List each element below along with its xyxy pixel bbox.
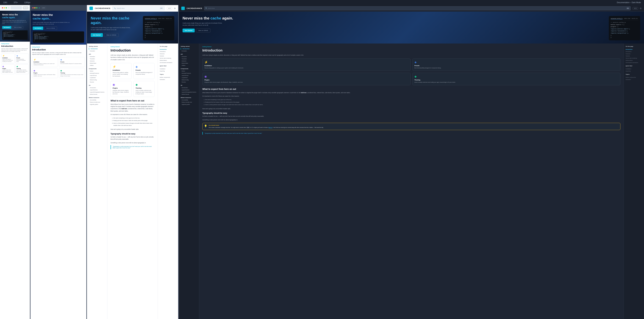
sidebar-item-3d-intro-3[interactable]: Introduction <box>89 87 105 89</box>
sidebar-item-utilities-4[interactable]: Utilities <box>181 64 197 66</box>
browser-chrome-2: ● v3.0 <box>30 5 86 11</box>
sidebar-item-animation-3[interactable]: Animation <box>89 56 105 58</box>
expect-heading-3: What to expect from here on out <box>110 99 154 102</box>
otp-motion-components-4[interactable]: Motion components <box>626 76 642 78</box>
hamburger-icon[interactable]: ≡ <box>8 7 9 9</box>
sidebar-item-gestures-4[interactable]: Gestures <box>181 60 197 62</box>
code-snippet-1: // postcss.config.js module.exports = { … <box>2 30 28 40</box>
panel-2-doc[interactable]: Getting Started Introduction Until now, … <box>30 45 86 319</box>
sidebar-item-animatepresence-3[interactable]: AnimatePresence <box>89 72 105 74</box>
sidebar-item-motioncanvas-3[interactable]: MotionCanvas <box>89 93 105 95</box>
github-icon-4[interactable]: ⊙ <box>640 7 642 9</box>
sidebar-item-motion-4[interactable]: Motion <box>181 70 197 72</box>
hamburger-icon-2[interactable]: ● <box>39 7 40 9</box>
sidebar-item-motionvalue-3[interactable]: MotionValue <box>89 62 105 64</box>
sidebar-item-examples-3[interactable]: Examples <box>89 50 105 52</box>
sidebar-item-motionconfig-4[interactable]: MotionConfig <box>181 79 197 81</box>
otp-installation-4[interactable]: Installation <box>626 68 642 70</box>
code-tab-build[interactable]: build.css <box>166 18 172 19</box>
main-content-3[interactable]: Getting Started Introduction Until now, … <box>108 43 158 319</box>
code-tabs-4: tailwind.config.js index.html build.css <box>611 18 638 20</box>
main-content-4[interactable]: Getting Started Introduction Until now, … <box>199 43 624 319</box>
sidebar-item-utilities-3[interactable]: Utilities <box>89 64 105 66</box>
sidebar-item-reorder-4[interactable]: Reorder <box>181 81 197 83</box>
otp-motion-components-3[interactable]: Motion components <box>160 76 176 78</box>
sidebar-item-layoutortho-3[interactable]: LayoutOrthographicCamera <box>89 91 105 93</box>
hero-buttons-2: Get Started View on GitHub <box>33 26 84 30</box>
otp-item-scroll-3[interactable]: Scroll-based animations <box>160 61 176 64</box>
code-tab-build-4[interactable]: build.css <box>632 18 638 19</box>
sidebar-section-gs-4: Getting started • Introduction Examples <box>181 46 197 52</box>
search-bar-4[interactable]: 🔍 Search docs ⌘I <box>204 6 631 10</box>
otp-animation-3[interactable]: Animation <box>160 78 176 81</box>
otp-item-scroll-4[interactable]: Scroll-based animations <box>626 61 642 64</box>
otp-installation-3[interactable]: Installation <box>160 68 176 70</box>
get-started-button-2[interactable]: Get Started <box>33 26 43 30</box>
sidebar-item-transition-4[interactable]: Transition <box>181 58 197 60</box>
otp-importing-4[interactable]: Importing <box>626 70 642 72</box>
sidebar-item-layoutgroup-4[interactable]: LayoutGroup <box>181 74 197 76</box>
sidebar-item-reduce-3[interactable]: Reduce bundle size <box>89 101 105 103</box>
sidebar-item-accessibility-4[interactable]: Accessibility <box>181 99 197 101</box>
code-tab-index-4[interactable]: index.html <box>624 18 630 19</box>
otp-animation-4[interactable]: Animation <box>626 78 642 81</box>
traffic-light-green <box>6 7 7 8</box>
view-github-button-4[interactable]: View on GitHub <box>196 28 210 32</box>
sidebar-item-motionvalue-4[interactable]: MotionValue <box>181 62 197 64</box>
sidebar-section-components-4: Components Motion AnimatePresence Layout… <box>181 68 197 83</box>
sidebar-item-animatepresence-4[interactable]: AnimatePresence <box>181 72 197 74</box>
sidebar-item-animation-4[interactable]: Animation <box>181 56 197 58</box>
sidebar-item-layoutcamera-3[interactable]: LayoutCamera <box>89 89 105 91</box>
sidebar-item-upgrade-3[interactable]: Upgrade guides <box>89 103 105 105</box>
view-github-button-1[interactable]: View on GitHub <box>12 26 24 29</box>
sidebar-item-lazymotion-4[interactable]: LazyMotion <box>181 77 197 79</box>
get-started-button-4[interactable]: Get Started <box>182 28 195 32</box>
otp-item-gestures-4[interactable]: Gestures <box>626 53 642 55</box>
otp-item-introduction-4[interactable]: Introduction <box>626 48 642 50</box>
search-bar-3[interactable]: 🔍 Search docs KK <box>112 6 165 10</box>
code-tab-index[interactable]: index.html <box>158 18 164 19</box>
sidebar-item-motion-3[interactable]: Motion <box>89 70 105 72</box>
code-tab-tailwind[interactable]: tailwind.config.js <box>145 18 157 19</box>
otp-item-introduction-3[interactable]: Introduction <box>160 48 176 50</box>
sidebar-item-motionconfig-3[interactable]: MotionConfig <box>89 79 105 81</box>
card-title-plugins-1: Plugins <box>2 68 14 69</box>
otp-item-animations-4[interactable]: Animations <box>626 50 642 53</box>
otp-importing-3[interactable]: Importing <box>160 70 176 72</box>
sidebar-item-introduction-3[interactable]: • Introduction <box>89 48 105 50</box>
otp-item-ssr-4[interactable]: Server-side rendering <box>626 57 642 59</box>
sidebar-item-layoutcamera-4[interactable]: LayoutCamera <box>181 89 197 91</box>
view-github-button-3[interactable]: View on GitHub <box>104 33 118 37</box>
otp-item-motionvalues-4[interactable]: MotionValues <box>626 59 642 61</box>
sidebar-item-reduce-4[interactable]: Reduce bundle size <box>181 101 197 103</box>
code-tab-tailwind-4[interactable]: tailwind.config.js <box>611 18 622 19</box>
github-icon-3[interactable]: ⊙ <box>174 7 176 9</box>
sidebar-item-introduction-4[interactable]: • Introduction <box>181 48 197 50</box>
sidebar-item-transition-3[interactable]: Transition <box>89 58 105 60</box>
otp-item-variants-4[interactable]: Variants <box>626 55 642 57</box>
nav-brand-4: CACHEADVANCE <box>187 7 202 9</box>
sidebar-item-gestures-3[interactable]: Gestures <box>89 60 105 62</box>
otp-item-variants-3[interactable]: Variants <box>160 55 176 57</box>
card-title-plugins-3: Plugins <box>112 87 130 89</box>
sidebar-item-accessibility-3[interactable]: Accessibility <box>89 99 105 101</box>
sidebar-item-examples-4[interactable]: Examples <box>181 50 197 52</box>
sidebar-item-3d-intro-4[interactable]: Introduction <box>181 87 197 89</box>
hero-2: Never miss the cache again.. Cache every… <box>30 11 86 45</box>
otp-item-animations-3[interactable]: Animations <box>160 50 176 53</box>
traffic-light-yellow-2 <box>34 7 36 8</box>
sidebar-item-motioncanvas-4[interactable]: MotionCanvas <box>181 93 197 95</box>
otp-item-gestures-3[interactable]: Gestures <box>160 53 176 55</box>
view-github-button-2[interactable]: View on GitHub <box>44 26 57 30</box>
sidebar-item-layoutgroup-3[interactable]: LayoutGroup <box>89 74 105 76</box>
doc-title-4: Introduction <box>202 48 620 52</box>
otp-item-ssr-3[interactable]: Server-side rendering <box>160 57 176 59</box>
sidebar-item-upgrade-4[interactable]: Upgrade guides <box>181 103 197 105</box>
sidebar-item-lazymotion-3[interactable]: LazyMotion <box>89 77 105 79</box>
sidebar-item-layoutortho-4[interactable]: LayoutOrthographicCamera <box>181 91 197 93</box>
panel-1-doc-scroll[interactable]: Getting Started Introduction Until now, … <box>0 42 30 319</box>
sidebar-item-reorder-3[interactable]: Reorder <box>89 81 105 83</box>
get-started-button-3[interactable]: Get Started <box>91 33 103 37</box>
get-started-button-1[interactable]: Get Started <box>2 26 11 29</box>
otp-item-motionvalues-3[interactable]: MotionValues <box>160 59 176 61</box>
